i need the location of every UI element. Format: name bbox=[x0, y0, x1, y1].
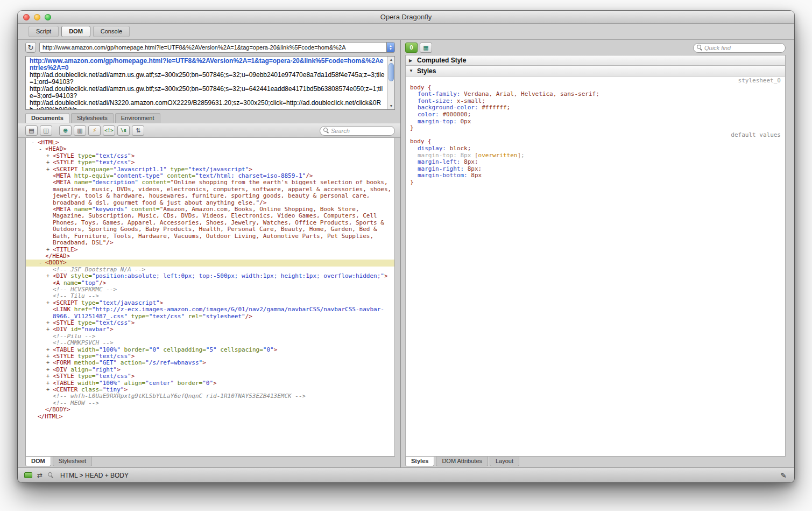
swap-panels-icon[interactable]: ⇄ bbox=[37, 472, 43, 479]
tab-script[interactable]: Script bbox=[29, 26, 59, 37]
minimize-window-button[interactable] bbox=[34, 14, 40, 20]
expand-toggle[interactable]: + bbox=[46, 373, 53, 380]
magnify-icon[interactable] bbox=[47, 472, 54, 479]
dom-tree-node[interactable]: <!-- MEOW --> bbox=[26, 400, 394, 407]
collapse-toggle[interactable]: - bbox=[39, 260, 45, 266]
computed-style-section-header[interactable]: ▶ Computed Style bbox=[405, 55, 786, 66]
expand-toggle[interactable]: + bbox=[46, 300, 53, 306]
tab-stylesheets[interactable]: Stylesheets bbox=[71, 113, 114, 123]
expand-toggle[interactable]: + bbox=[46, 320, 53, 326]
tab-environment[interactable]: Environment bbox=[115, 113, 160, 123]
styles-body-wrap: ▶ Computed Style ▼ Styles stylesheet_0 b… bbox=[405, 55, 786, 457]
expand-toggle[interactable]: + bbox=[46, 380, 53, 387]
highlight-element-icon[interactable]: ⚡ bbox=[88, 125, 101, 136]
window-title: Opera Dragonfly bbox=[380, 13, 432, 21]
tab-dom[interactable]: DOM bbox=[61, 26, 90, 37]
page-view-icon[interactable] bbox=[24, 472, 32, 478]
select-element-icon[interactable]: ⊕ bbox=[59, 125, 72, 136]
tab-documents[interactable]: Documents bbox=[25, 113, 69, 123]
zoom-window-button[interactable] bbox=[45, 14, 51, 20]
dom-tree-node[interactable]: -<HTML> bbox=[26, 139, 394, 146]
breadcrumb[interactable]: HTML > HEAD + BODY bbox=[60, 472, 129, 479]
window-titlebar[interactable]: Opera Dragonfly bbox=[18, 11, 794, 24]
dom-tree-node[interactable]: +<TITLE> bbox=[26, 247, 394, 253]
dom-tree-node[interactable]: <META name="keywords" content="Amazon, A… bbox=[26, 206, 394, 246]
dom-tree-node[interactable]: </BODY> bbox=[26, 407, 394, 413]
status-bar: ⇄ HTML > HEAD + BODY ✎ bbox=[18, 467, 794, 482]
stylesheet-link[interactable]: stylesheet_0 bbox=[410, 78, 781, 85]
expand-toggle[interactable]: + bbox=[46, 153, 53, 159]
expand-toggle[interactable]: + bbox=[46, 360, 53, 366]
expand-toggle[interactable]: + bbox=[46, 166, 53, 173]
dom-tree-node[interactable]: </HEAD> bbox=[26, 253, 394, 260]
search-input[interactable] bbox=[320, 126, 395, 136]
expand-toggle[interactable]: + bbox=[46, 367, 53, 373]
chevron-right-icon[interactable]: ▶ bbox=[409, 58, 414, 63]
css-property: margin-bottom: 8px bbox=[410, 172, 781, 179]
css-rules: body {font-family: Verdana, Arial, Helve… bbox=[410, 85, 781, 186]
styles-toolbar-buttons: 0▦ bbox=[405, 43, 432, 53]
scroll-up-icon[interactable]: ▲ bbox=[388, 57, 394, 62]
expand-toggle[interactable]: + bbox=[46, 159, 53, 166]
dom-tree-node[interactable]: </HTML> bbox=[26, 414, 394, 420]
dom-toolbar: ▤◫⊕▥⚡<!>\s⇅ bbox=[18, 123, 400, 138]
scrollbar-thumb[interactable] bbox=[389, 63, 394, 81]
bottom-tab-stylesheet[interactable]: Stylesheet bbox=[53, 457, 92, 466]
dom-tree-node[interactable]: <META name="description" content="Online… bbox=[26, 179, 394, 206]
dom-toolbar-buttons: ▤◫⊕▥⚡<!>\s⇅ bbox=[25, 125, 144, 136]
styles-panel-bottom-tabs: StylesDOM AttributesLayout bbox=[401, 457, 794, 467]
dom-panel-bottom-tabs: DOMStylesheet bbox=[18, 457, 400, 467]
expand-toggle[interactable]: + bbox=[46, 353, 53, 360]
resource-scrollbar[interactable]: ▲ ▼ bbox=[387, 57, 394, 109]
show-comments-icon[interactable]: <!> bbox=[103, 125, 115, 136]
close-window-button[interactable] bbox=[23, 14, 30, 20]
styles-section-header[interactable]: ▼ Styles bbox=[405, 66, 786, 76]
expand-toggle[interactable]: + bbox=[46, 326, 53, 333]
default-values-label: default values bbox=[410, 132, 781, 139]
resource-entries: http://www.amazon.com/gp/homepage.html?i… bbox=[26, 57, 387, 109]
main-tab-bar: ScriptDOMConsole bbox=[18, 24, 794, 40]
edit-notes-icon[interactable]: ✎ bbox=[780, 471, 787, 480]
document-tree-icon[interactable]: ▤ bbox=[25, 125, 38, 136]
show-whitespace-icon[interactable]: \s bbox=[117, 125, 130, 136]
css-property: margin-left: 8px; bbox=[410, 159, 781, 166]
grid-view-button[interactable]: ▦ bbox=[420, 43, 432, 53]
search-field bbox=[320, 125, 395, 135]
expand-toggle[interactable]: + bbox=[46, 273, 53, 279]
quick-find-input[interactable] bbox=[693, 43, 786, 53]
reload-button[interactable]: ↻ bbox=[25, 42, 36, 53]
expand-toggle[interactable]: + bbox=[46, 347, 53, 353]
bottom-tab-styles[interactable]: Styles bbox=[405, 457, 434, 466]
zero-badge-button[interactable]: 0 bbox=[405, 43, 418, 53]
expand-tree-icon[interactable]: ⇅ bbox=[132, 125, 144, 136]
dom-tree-view[interactable]: -<HTML>-<HEAD>+<STYLE type="text/css">+<… bbox=[25, 138, 395, 457]
resource-url[interactable]: http://www.amazon.com/gp/homepage.html?i… bbox=[30, 58, 386, 72]
expand-toggle[interactable]: + bbox=[46, 387, 53, 393]
document-tab-bar: DocumentsStylesheetsEnvironment bbox=[18, 112, 400, 123]
dom-tree-node[interactable]: <LINK href="http://z-ecx.images-amazon.c… bbox=[26, 306, 394, 320]
url-row: ↻ http://www.amazon.com/gp/homepage.html… bbox=[18, 40, 400, 55]
chevron-down-icon[interactable]: ▼ bbox=[409, 68, 414, 73]
resource-url[interactable]: http://ad.doubleclick.net/adi/amzn.us.gw… bbox=[30, 86, 386, 100]
export-markup-icon[interactable]: ▥ bbox=[74, 125, 86, 136]
styles-panel: 0▦ ▶ Computed Style ▼ Styles stylesheet_… bbox=[401, 40, 794, 467]
tab-console[interactable]: Console bbox=[93, 26, 130, 37]
css-rule-close: } bbox=[410, 179, 781, 186]
new-window-icon[interactable]: ◫ bbox=[40, 125, 52, 136]
dropdown-stepper[interactable]: ▲ ▼ bbox=[386, 43, 394, 52]
bottom-tab-dom-attributes[interactable]: DOM Attributes bbox=[436, 457, 488, 466]
computed-style-label: Computed Style bbox=[417, 57, 466, 64]
styles-toolbar: 0▦ bbox=[401, 40, 794, 55]
document-url-value: http://www.amazon.com/gp/homepage.html?i… bbox=[40, 43, 386, 52]
css-property: margin-top: 0px bbox=[410, 118, 781, 125]
bottom-tab-dom[interactable]: DOM bbox=[25, 457, 51, 466]
bottom-tab-layout[interactable]: Layout bbox=[490, 457, 519, 466]
resource-url[interactable]: http://ad.doubleclick.net/adi/amzn.us.gw… bbox=[30, 72, 386, 86]
collapse-toggle[interactable]: - bbox=[39, 146, 45, 152]
resource-url[interactable]: http://ad.doubleclick.net/adi/N3220.amaz… bbox=[30, 100, 386, 109]
scroll-down-icon[interactable]: ▼ bbox=[388, 103, 394, 109]
stepper-down-icon: ▼ bbox=[389, 47, 392, 51]
collapse-toggle[interactable]: - bbox=[31, 139, 38, 146]
css-rule-close: } bbox=[410, 125, 781, 132]
document-url-select[interactable]: http://www.amazon.com/gp/homepage.html?i… bbox=[39, 42, 395, 53]
